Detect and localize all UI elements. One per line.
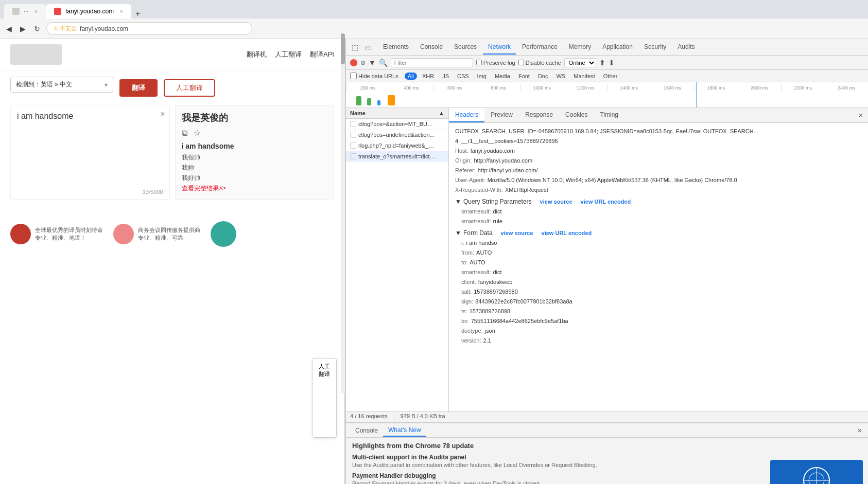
form-triangle-icon: ▼ [455, 229, 461, 237]
file-list-header: Name ▲ [346, 108, 448, 119]
file-item-0[interactable]: ctlog?pos=&action=MT_BUTT... [346, 119, 448, 130]
clear-button[interactable]: × [160, 110, 165, 119]
filter-manifest[interactable]: Manifest [570, 73, 598, 80]
filter-font[interactable]: Font [515, 73, 533, 80]
tab-application[interactable]: Application [597, 40, 638, 55]
devtools-tabs: ⬚ ▭ Elements Console Sources Network Per… [346, 39, 868, 56]
tab-security[interactable]: Security [639, 40, 671, 55]
tab-active[interactable]: fanyi.youdao.com × [46, 4, 131, 19]
tab-sources[interactable]: Sources [449, 40, 482, 55]
referer-value: http://fanyi.youdao.com/ [478, 167, 538, 173]
form-view-source-link[interactable]: view source [501, 230, 533, 236]
tab-console[interactable]: Console [415, 40, 448, 55]
nav-item-fanyi[interactable]: 翻译机 [247, 50, 267, 59]
transfer-size: 979 B / 4.0 KB tra [401, 413, 445, 421]
query-param-0: smartresult: dict [455, 207, 862, 216]
search-icon[interactable]: 🔍 [379, 59, 388, 67]
file-item-3[interactable]: translate_o?smartresult=dict&... [346, 151, 448, 162]
detail-tab-timing[interactable]: Timing [594, 108, 624, 122]
file-list: Name ▲ ctlog?pos=&action=MT_BUTT... ctlo… [346, 108, 449, 411]
reload-button[interactable]: ↻ [32, 23, 42, 35]
file-item-1[interactable]: ctlog?pos=undefined&action... [346, 130, 448, 140]
close-detail-button[interactable]: × [854, 108, 868, 122]
filter-icon[interactable]: ▼ [369, 59, 376, 67]
banner-text-1: 商务会议同传服务提供商 专业、精准、可靠 [138, 226, 200, 242]
scroll-indicator[interactable] [341, 33, 345, 393]
highlights-title: Highlights from the Chrome 78 update [352, 442, 862, 450]
qparam-val-1: rule [493, 218, 502, 224]
detail-tab-preview[interactable]: Preview [484, 108, 519, 122]
device-icon[interactable]: ▭ [363, 43, 373, 52]
see-all-link[interactable]: 查看完整结果>> [182, 184, 328, 193]
input-text: i am handsome [17, 112, 163, 121]
star-button[interactable]: ☆ [194, 128, 201, 138]
console-close-button[interactable]: × [856, 426, 864, 435]
detect-dropdown[interactable]: 检测到：英语 » 中文 ▾ [10, 77, 113, 93]
manual-translate-float[interactable]: 人工 翻译 [312, 358, 337, 438]
filter-doc[interactable]: Doc [535, 73, 551, 80]
file-type-icon-3 [350, 153, 356, 159]
detail-panel: Headers Preview Response Cookies Timing … [449, 108, 868, 411]
copy-button[interactable]: ⧉ [182, 128, 187, 138]
filter-media[interactable]: Media [492, 73, 513, 80]
marker-6: 1400 ms [607, 84, 651, 91]
form-field-8: bv:75551116684a442e8625ebfc9e5af1ba [455, 317, 862, 325]
filter-ws[interactable]: WS [553, 73, 568, 80]
input-box[interactable]: × i am handsome 13/5000 [10, 105, 170, 200]
export-har-icon[interactable]: ⬇ [609, 59, 615, 67]
detail-tab-cookies[interactable]: Cookies [559, 108, 594, 122]
address-input[interactable]: ⚠ 不安全 fanyi.youdao.com [46, 22, 252, 35]
detail-tab-headers[interactable]: Headers [449, 108, 484, 122]
marker-9: 2000 ms [738, 84, 782, 91]
preserve-log-checkbox[interactable]: Preserve log [476, 60, 515, 66]
manual-translate-button[interactable]: 人工翻译 [164, 79, 215, 97]
hide-data-checkbox[interactable]: Hide data URLs [350, 73, 398, 79]
disable-cache-check[interactable] [518, 60, 524, 65]
new-tab-button[interactable]: + [131, 9, 144, 19]
tab-close[interactable]: × [34, 9, 38, 14]
inspect-icon[interactable]: ⬚ [350, 43, 359, 52]
timeline: 200 ms 400 ms 600 ms 800 ms 1000 ms 1200… [346, 82, 868, 108]
filter-input[interactable] [391, 58, 473, 67]
tab-audits[interactable]: Audits [672, 40, 700, 55]
nav-item-api[interactable]: 翻译API [310, 50, 334, 59]
filter-js[interactable]: JS [439, 73, 452, 80]
filter-css[interactable]: CSS [454, 73, 472, 80]
marker-10: 2200 ms [781, 84, 825, 91]
record-button[interactable] [350, 59, 357, 66]
referer-key: Referer: [455, 167, 476, 173]
detail-tabs: Headers Preview Response Cookies Timing … [449, 108, 868, 123]
filter-other[interactable]: Other [600, 73, 621, 80]
tab-elements[interactable]: Elements [378, 40, 414, 55]
filter-xhr[interactable]: XHR [419, 73, 437, 80]
import-har-icon[interactable]: ⬆ [599, 59, 605, 67]
devtools-panel: ⬚ ▭ Elements Console Sources Network Per… [345, 39, 868, 484]
stop-icon[interactable]: ⊘ [360, 59, 366, 66]
nav-item-manual[interactable]: 人工翻译 [275, 50, 302, 59]
throttle-select[interactable]: Online [564, 58, 596, 67]
network-panel: Name ▲ ctlog?pos=&action=MT_BUTT... ctlo… [346, 108, 868, 411]
console-tab-console[interactable]: Console [350, 425, 383, 436]
tab-performance[interactable]: Performance [517, 40, 563, 55]
sort-icon[interactable]: ▲ [439, 110, 444, 116]
back-button[interactable]: ◀ [4, 23, 14, 35]
form-view-url-link[interactable]: view URL encoded [542, 230, 592, 236]
disable-cache-checkbox[interactable]: Disable cache [518, 60, 561, 66]
tab-network[interactable]: Network [483, 40, 516, 55]
hide-data-check[interactable] [350, 73, 357, 79]
console-tab-whatsnew[interactable]: What's New [383, 424, 426, 437]
headers-content: OUTFOX_SEARCH_USER_ID=-04596705910.169.0… [449, 123, 868, 350]
tab-active-close[interactable]: × [120, 9, 123, 14]
forward-button[interactable]: ▶ [18, 23, 28, 35]
translate-button[interactable]: 翻译 [119, 79, 158, 97]
view-source-link[interactable]: view source [540, 199, 572, 205]
view-url-encoded-link[interactable]: view URL encoded [581, 199, 631, 205]
tab-inactive[interactable]: ··· × [4, 4, 46, 19]
tab-memory[interactable]: Memory [564, 40, 596, 55]
filter-all[interactable]: All [405, 73, 417, 80]
dropdown-arrow-icon: ▾ [105, 81, 108, 88]
preserve-log-check[interactable] [476, 60, 482, 65]
file-item-2[interactable]: rlog.php?_npid=faniyweb&_nc... [346, 140, 448, 151]
filter-img[interactable]: Img [474, 73, 490, 80]
detail-tab-response[interactable]: Response [519, 108, 559, 122]
